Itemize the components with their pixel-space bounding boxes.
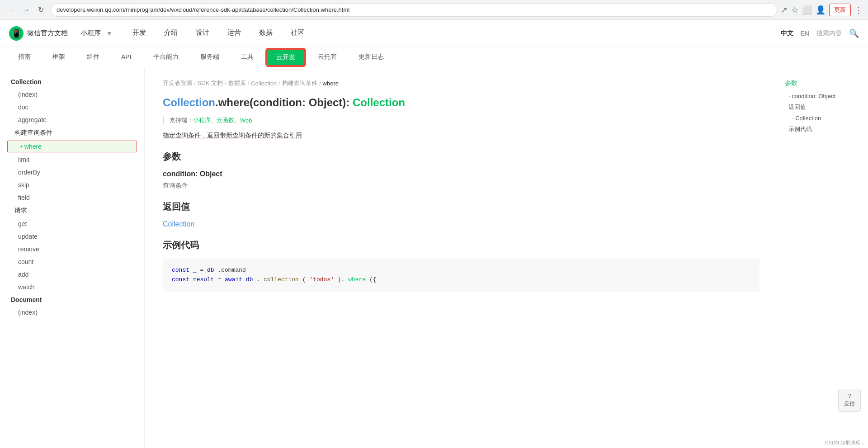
sidebar-item-remove[interactable]: remove (0, 243, 144, 255)
param-condition-desc: 查询条件 (163, 182, 760, 190)
sidebar-item-skip[interactable]: skip (0, 179, 144, 191)
sidebar-item-index[interactable]: (index) (0, 88, 144, 101)
section-params-heading: 参数 (163, 151, 760, 163)
sidebar-item-field[interactable]: field (0, 191, 144, 204)
sidebar-item-watch[interactable]: watch (0, 281, 144, 293)
logo-text: 微信官方文档 (27, 29, 68, 38)
sec-nav-framework[interactable]: 框架 (43, 47, 74, 67)
lang-zh-button[interactable]: 中文 (781, 29, 793, 38)
sidebar-item-count[interactable]: count (0, 255, 144, 268)
nav-item-develop[interactable]: 开发 (131, 20, 148, 47)
code-todos-str: 'todos' (309, 276, 334, 283)
sec-nav-hosting[interactable]: 云托管 (309, 47, 346, 67)
browser-actions: ↗ ☆ ⬜ 👤 更新 ⋮ (781, 4, 863, 16)
title-mid: .where(condition: Object): (215, 96, 353, 108)
update-button[interactable]: 更新 (829, 4, 851, 16)
sidebar-item-orderby[interactable]: orderBy (0, 166, 144, 179)
support-badge: 支持端： 小程序、云函数、Web (163, 116, 252, 124)
code-brace-open: ({ (369, 276, 377, 283)
logo-icon: 📱 (9, 26, 24, 41)
sec-nav-platform[interactable]: 平台能力 (144, 47, 188, 67)
nav-item-design[interactable]: 设计 (194, 20, 211, 47)
forward-button[interactable]: → (20, 4, 33, 16)
sidebar-subgroup-query: 构建查询条件 (0, 126, 144, 140)
code-dot-command: .command (217, 267, 245, 274)
sidebar-item-where[interactable]: • where (7, 141, 137, 152)
sidebar-group-document: Document (0, 293, 144, 306)
breadcrumb-database[interactable]: 数据库 (228, 79, 246, 87)
nav-item-intro[interactable]: 介绍 (162, 20, 179, 47)
code-equals-2: = (217, 276, 225, 283)
logo-separator: · (73, 30, 75, 37)
sec-nav-components[interactable]: 组件 (78, 47, 108, 67)
description-text: 指定查询条件，返回带新查询条件的新的集合引用 (163, 132, 302, 139)
right-sidebar-collection[interactable]: · Collection (785, 113, 861, 123)
right-sidebar-condition[interactable]: · condition: Object (785, 91, 861, 101)
sidebar-item-doc-index[interactable]: (index) (0, 306, 144, 319)
return-type[interactable]: Collection (163, 220, 760, 228)
window-icon[interactable]: ⬜ (802, 5, 812, 15)
code-line-1: const _ = db .command (172, 266, 750, 275)
back-button[interactable]: ← (5, 4, 18, 16)
sidebar-group-collection: Collection (0, 75, 144, 88)
menu-icon[interactable]: ⋮ (854, 5, 863, 15)
share-icon[interactable]: ↗ (781, 5, 788, 15)
breadcrumb-sep-2: / (225, 80, 226, 87)
sidebar-item-get[interactable]: get (0, 217, 144, 230)
search-icon[interactable]: 🔍 (849, 28, 859, 38)
nav-item-data[interactable]: 数据 (257, 20, 274, 47)
right-sidebar-return[interactable]: 返回值 (785, 101, 861, 113)
breadcrumb-where: where (323, 80, 339, 87)
sec-nav-tools[interactable]: 工具 (232, 47, 263, 67)
content-area: 开发者资源 / SDK 文档 / 数据库 / Collection / 构建查询… (145, 68, 778, 447)
sidebar-item-doc[interactable]: doc (0, 101, 144, 113)
right-sidebar-title: 参数 (785, 79, 861, 87)
sidebar-item-limit[interactable]: limit (0, 153, 144, 166)
address-bar[interactable]: developers.weixin.qq.com/miniprogram/dev… (51, 3, 777, 17)
watermark: CSDN @邢帅乐... (821, 438, 868, 447)
url-text: developers.weixin.qq.com/miniprogram/dev… (57, 6, 349, 13)
support-miniprogram[interactable]: 小程序 (193, 116, 211, 124)
support-web[interactable]: Web (240, 117, 252, 124)
breadcrumb-sep-3: / (248, 80, 250, 87)
right-sidebar-example[interactable]: 示例代码 (785, 123, 861, 135)
breadcrumb-dev-resource[interactable]: 开发者资源 (163, 79, 192, 87)
breadcrumb: 开发者资源 / SDK 文档 / 数据库 / Collection / 构建查询… (163, 79, 760, 87)
bookmark-icon[interactable]: ☆ (791, 5, 798, 15)
nav-item-ops[interactable]: 运营 (226, 20, 243, 47)
support-label: 支持端： (170, 116, 193, 124)
code-result: result (193, 276, 218, 283)
sec-nav-changelog[interactable]: 更新日志 (349, 47, 393, 67)
sec-nav-api[interactable]: API (112, 48, 141, 67)
logo-dropdown-arrow[interactable]: ▼ (106, 30, 113, 37)
breadcrumb-collection[interactable]: Collection (251, 80, 277, 87)
nav-item-community[interactable]: 社区 (289, 20, 306, 47)
main-layout: Collection (index) doc aggregate 构建查询条件 … (0, 68, 868, 447)
reload-button[interactable]: ↻ (34, 4, 47, 16)
sidebar-item-add[interactable]: add (0, 268, 144, 281)
breadcrumb-sdk-doc[interactable]: SDK 文档 (198, 79, 223, 87)
description: 指定查询条件，返回带新查询条件的新的集合引用 (163, 132, 760, 140)
search-label[interactable]: 搜索内容 (816, 29, 842, 38)
feedback-label: 反馈 (844, 400, 855, 408)
sidebar-item-update[interactable]: update (0, 230, 144, 243)
code-equals-1: = (200, 267, 207, 274)
sidebar-item-aggregate[interactable]: aggregate (0, 113, 144, 126)
breadcrumb-build-query[interactable]: 构建查询条件 (282, 79, 317, 87)
right-nav: 中文 EN 搜索内容 🔍 (781, 28, 859, 38)
sec-nav-cloud[interactable]: 云开发 (266, 49, 305, 66)
support-cloudfunc[interactable]: 云函数 (217, 116, 234, 124)
nav-buttons: ← → ↻ (5, 4, 47, 16)
secondary-nav: 指南 框架 组件 API 平台能力 服务端 工具 云开发 云托管 更新日志 (0, 47, 868, 68)
title-collection: Collection (163, 96, 215, 108)
feedback-icon: ? (848, 393, 851, 399)
breadcrumb-sep-5: / (319, 80, 321, 87)
top-nav: 📱 微信官方文档 · 小程序 ▼ 开发 介绍 设计 运营 数据 社区 中文 EN… (0, 20, 868, 47)
sec-nav-guide[interactable]: 指南 (9, 47, 40, 67)
code-db-2: db (246, 276, 253, 283)
profile-icon[interactable]: 👤 (816, 5, 826, 15)
lang-en-button[interactable]: EN (801, 30, 809, 37)
code-paren-close: ). (338, 276, 345, 283)
feedback-button[interactable]: ? 反馈 (838, 389, 861, 412)
sec-nav-server[interactable]: 服务端 (191, 47, 228, 67)
